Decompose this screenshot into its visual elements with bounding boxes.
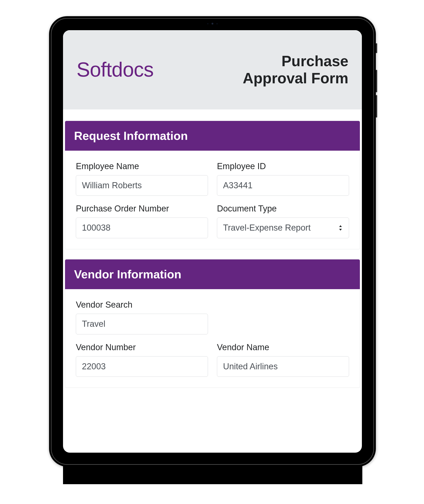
input-vendor-search[interactable] bbox=[76, 314, 208, 334]
label-document-type: Document Type bbox=[217, 204, 349, 214]
tablet-camera bbox=[205, 23, 220, 25]
tablet-screen: Softdocs Purchase Approval Form Request … bbox=[63, 30, 362, 453]
label-vendor-name: Vendor Name bbox=[217, 342, 349, 352]
tablet-volume-down bbox=[376, 95, 377, 118]
input-vendor-name[interactable] bbox=[217, 356, 349, 377]
page-title-line1: Purchase bbox=[281, 53, 348, 69]
label-vendor-number: Vendor Number bbox=[76, 342, 208, 352]
page-title-line2: Approval Form bbox=[243, 70, 348, 87]
field-spacer bbox=[217, 300, 349, 334]
page-title: Purchase Approval Form bbox=[243, 53, 348, 87]
input-vendor-number[interactable] bbox=[76, 356, 208, 377]
field-document-type: Document Type bbox=[217, 204, 349, 238]
label-po-number: Purchase Order Number bbox=[76, 204, 208, 214]
tablet-device: Softdocs Purchase Approval Form Request … bbox=[49, 16, 376, 467]
section-heading-vendor: Vendor Information bbox=[65, 259, 360, 289]
select-document-type[interactable] bbox=[217, 218, 349, 238]
field-employee-name: Employee Name bbox=[76, 162, 208, 196]
section-body-request: Employee Name Employee ID Purchase Order… bbox=[65, 151, 360, 249]
label-employee-name: Employee Name bbox=[76, 162, 208, 171]
field-vendor-search: Vendor Search bbox=[76, 300, 208, 334]
tablet-volume-up bbox=[376, 70, 377, 92]
brand-logo: Softdocs bbox=[76, 58, 154, 81]
section-vendor-information: Vendor Information Vendor Search Vendor bbox=[65, 259, 360, 388]
input-po-number[interactable] bbox=[76, 218, 208, 238]
section-request-information: Request Information Employee Name Employ… bbox=[65, 121, 360, 249]
label-employee-id: Employee ID bbox=[217, 162, 349, 171]
brand-name: Softdocs bbox=[76, 58, 154, 81]
section-heading-request: Request Information bbox=[65, 121, 360, 151]
input-employee-id[interactable] bbox=[217, 175, 349, 196]
field-vendor-number: Vendor Number bbox=[76, 342, 208, 377]
label-vendor-search: Vendor Search bbox=[76, 300, 208, 310]
form-header: Softdocs Purchase Approval Form bbox=[63, 30, 362, 109]
input-employee-name[interactable] bbox=[76, 175, 208, 196]
field-vendor-name: Vendor Name bbox=[217, 342, 349, 377]
section-body-vendor: Vendor Search Vendor Number Vend bbox=[65, 289, 360, 388]
field-po-number: Purchase Order Number bbox=[76, 204, 208, 238]
form-content: Request Information Employee Name Employ… bbox=[63, 109, 362, 388]
field-employee-id: Employee ID bbox=[217, 162, 349, 196]
tablet-power-button bbox=[376, 43, 377, 53]
